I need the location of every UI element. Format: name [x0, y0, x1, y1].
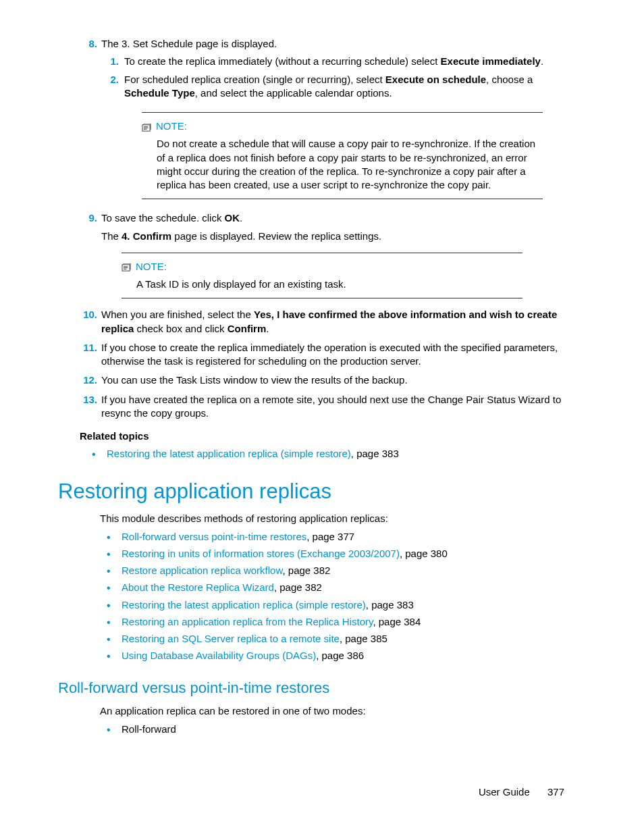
section-link-item: Restoring an SQL Server replica to a rem… — [122, 632, 564, 646]
subsection-item: Roll-forward — [122, 723, 564, 736]
step-number: 10 — [78, 308, 97, 321]
section-link[interactable]: Roll-forward versus point-in-time restor… — [122, 531, 306, 542]
substep-2: 2 For scheduled replica creation (single… — [124, 73, 564, 101]
subsection-list: Roll-forward — [80, 723, 564, 736]
section-link-page: , page 382 — [282, 565, 330, 576]
section-heading-restoring-replicas: Restoring application replicas — [58, 477, 564, 506]
step-text: If you have created the replica on a rem… — [101, 394, 561, 419]
subsection-intro: An application replica can be restored i… — [100, 704, 564, 718]
note-body: A Task ID is only displayed for an exist… — [136, 278, 522, 291]
section-link[interactable]: Using Database Availability Groups (DAGs… — [122, 650, 316, 661]
step-text: If you chose to create the replica immed… — [101, 342, 558, 367]
step-13: 13 If you have created the replica on a … — [101, 393, 564, 421]
section-link-item: Restoring an application replica from th… — [122, 615, 564, 629]
page: 8 The 3. Set Schedule page is displayed.… — [0, 0, 644, 834]
main-ordered-list: 8 The 3. Set Schedule page is displayed.… — [80, 37, 564, 420]
step-number: 8 — [78, 37, 97, 51]
section-intro: This module describes methods of restori… — [100, 512, 564, 525]
step-11: 11 If you chose to create the replica im… — [101, 341, 564, 369]
section-link-page: , page 382 — [274, 581, 322, 593]
section-link-page: , page 385 — [340, 633, 387, 644]
step-9-line2: The 4. Confirm page is displayed. Review… — [101, 230, 564, 243]
note-label: NOTE: — [136, 260, 167, 273]
step-number: 13 — [78, 393, 97, 407]
step-10: 10 When you are finished, select the Yes… — [101, 308, 564, 336]
footer-label: User Guide — [479, 786, 530, 798]
section-link[interactable]: Restoring in units of information stores… — [122, 548, 400, 559]
page-footer: User Guide 377 — [479, 785, 564, 799]
section-link-item: Restoring the latest application replica… — [122, 598, 564, 612]
section-link[interactable]: Restoring an application replica from th… — [122, 616, 373, 627]
substep-number: 2 — [103, 73, 119, 86]
step-9: 9 To save the schedule. click OK. The 4.… — [101, 211, 564, 298]
subsection-heading-roll-forward: Roll-forward versus point-in-time restor… — [58, 678, 564, 698]
related-page: , page 383 — [351, 448, 399, 459]
section-link-page: , page 384 — [373, 616, 421, 627]
step-text: You can use the Task Lists window to vie… — [101, 374, 408, 386]
section-link[interactable]: Restoring the latest application replica… — [122, 599, 366, 610]
section-link-page: , page 380 — [400, 548, 448, 559]
section-links-list: Roll-forward versus point-in-time restor… — [80, 530, 564, 663]
section-link-item: Restoring in units of information stores… — [122, 547, 564, 561]
note-body: Do not create a schedule that will cause… — [157, 137, 543, 192]
note-icon — [142, 122, 152, 131]
section-link-page: , page 383 — [366, 599, 414, 610]
step-number: 12 — [78, 373, 97, 387]
related-topics-list: Restoring the latest application replica… — [80, 447, 564, 461]
substep-text: For scheduled replica creation (single o… — [124, 74, 533, 99]
section-link-item: Restore application replica workflow, pa… — [122, 564, 564, 577]
substep-number: 1 — [103, 55, 119, 68]
note-label: NOTE: — [156, 120, 187, 133]
related-topic-item: Restoring the latest application replica… — [107, 447, 564, 461]
section-link-item: About the Restore Replica Wizard, page 3… — [122, 581, 564, 594]
step-text: The 3. Set Schedule page is displayed. — [101, 38, 277, 49]
note-box-2: NOTE: A Task ID is only displayed for an… — [122, 253, 522, 299]
related-link[interactable]: Restoring the latest application replica… — [107, 448, 351, 459]
step-12: 12 You can use the Task Lists window to … — [101, 373, 564, 387]
section-link-page: , page 386 — [316, 650, 364, 661]
note-heading: NOTE: — [122, 260, 522, 273]
section-link[interactable]: Restore application replica workflow — [122, 565, 282, 576]
section-link-page: , page 377 — [306, 531, 354, 542]
substep-text: To create the replica immediately (witho… — [124, 55, 543, 67]
step-number: 9 — [78, 211, 97, 225]
note-box-1: NOTE: Do not create a schedule that will… — [142, 112, 543, 199]
note-heading: NOTE: — [142, 120, 543, 133]
footer-page-number: 377 — [547, 786, 564, 798]
step-text: When you are finished, select the Yes, I… — [101, 309, 557, 334]
section-link[interactable]: Restoring an SQL Server replica to a rem… — [122, 633, 340, 644]
related-topics-heading: Related topics — [80, 429, 564, 443]
section-link-item: Roll-forward versus point-in-time restor… — [122, 530, 564, 544]
step-8: 8 The 3. Set Schedule page is displayed.… — [101, 37, 564, 199]
note-icon — [122, 262, 132, 271]
section-link-item: Using Database Availability Groups (DAGs… — [122, 649, 564, 662]
substep-1: 1 To create the replica immediately (wit… — [124, 55, 564, 68]
step-number: 11 — [78, 341, 97, 355]
step-text: To save the schedule. click OK. — [101, 212, 242, 224]
section-link[interactable]: About the Restore Replica Wizard — [122, 581, 274, 593]
sub-list: 1 To create the replica immediately (wit… — [101, 55, 564, 100]
